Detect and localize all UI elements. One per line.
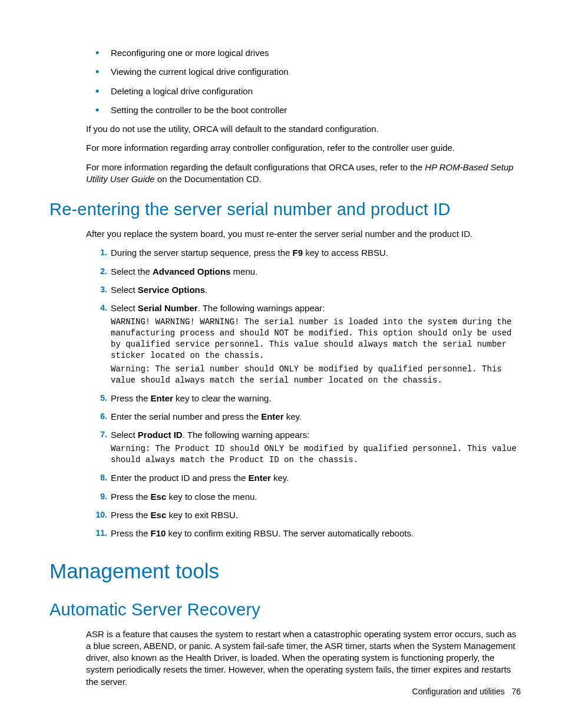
text-run: . The following warnings appear:	[198, 303, 325, 313]
text-run: key.	[271, 473, 289, 483]
key-esc: Esc	[151, 492, 167, 502]
step-8: Enter the product ID and press the Enter…	[49, 472, 521, 484]
steps-list: During the server startup sequence, pres…	[49, 247, 521, 539]
paragraph-orca-default: If you do not use the utility, ORCA will…	[49, 123, 521, 135]
warning-block-serial-1: WARNING! WARNING! WARNING! The serial nu…	[111, 317, 521, 361]
step-7: Select Product ID. The following warning…	[49, 429, 521, 466]
text-run: Enter the serial number and press the	[111, 411, 261, 421]
text-run: For more information regarding the defau…	[86, 162, 425, 172]
text-run: Press the	[111, 528, 151, 538]
bullet-item: Viewing the current logical drive config…	[49, 66, 521, 78]
text-run: Press the	[111, 510, 151, 520]
step-4: Select Serial Number. The following warn…	[49, 302, 521, 386]
paragraph-after-replace: After you replace the system board, you …	[49, 228, 521, 240]
bullet-item: Reconfiguring one or more logical drives	[49, 47, 521, 59]
text-run: on the Documentation CD.	[155, 174, 262, 184]
menu-product-id: Product ID	[138, 430, 183, 440]
key-f9: F9	[293, 248, 303, 258]
text-run: key to close the menu.	[166, 492, 257, 502]
key-f10: F10	[151, 528, 166, 538]
text-run: key to access RBSU.	[303, 248, 388, 258]
menu-service-options: Service Options	[138, 285, 205, 295]
footer-page-number: 76	[511, 687, 521, 696]
heading-reenter-serial: Re-entering the server serial number and…	[49, 198, 521, 221]
heading-management-tools: Management tools	[49, 557, 521, 585]
orca-options-list: Reconfiguring one or more logical drives…	[49, 47, 521, 116]
key-enter: Enter	[248, 473, 270, 483]
text-run: key.	[283, 411, 302, 421]
bullet-item: Deleting a logical drive configuration	[49, 85, 521, 97]
text-run: Press the	[111, 492, 151, 502]
text-run: key to exit RBSU.	[166, 510, 238, 520]
step-9: Press the Esc key to close the menu.	[49, 491, 521, 503]
text-run: Select	[111, 285, 138, 295]
warning-block-serial-2: Warning: The serial number should ONLY b…	[111, 364, 521, 386]
key-enter: Enter	[151, 393, 173, 403]
paragraph-more-info-array: For more information regarding array con…	[49, 142, 521, 154]
warning-block-product-id: Warning: The Product ID should ONLY be m…	[111, 443, 521, 466]
key-esc: Esc	[151, 510, 167, 520]
text-run: Select	[111, 303, 138, 313]
key-enter: Enter	[261, 411, 283, 421]
step-1: During the server startup sequence, pres…	[49, 247, 521, 259]
page-footer: Configuration and utilities 76	[412, 686, 521, 697]
step-3: Select Service Options.	[49, 284, 521, 296]
text-run: key to clear the warning.	[173, 393, 272, 403]
step-2: Select the Advanced Options menu.	[49, 266, 521, 278]
bullet-item: Setting the controller to be the boot co…	[49, 104, 521, 116]
text-run: Enter the product ID and press the	[111, 473, 248, 483]
text-run: . The following warning appears:	[183, 430, 310, 440]
text-run: Select	[111, 430, 138, 440]
menu-advanced-options: Advanced Options	[153, 266, 231, 276]
step-11: Press the F10 key to confirm exiting RBS…	[49, 528, 521, 539]
heading-asr: Automatic Server Recovery	[49, 598, 521, 621]
text-run: menu.	[230, 266, 257, 276]
step-6: Enter the serial number and press the En…	[49, 411, 521, 423]
text-run: key to confirm exiting RBSU. The server …	[166, 528, 414, 538]
text-run: .	[205, 285, 207, 295]
paragraph-more-info-default: For more information regarding the defau…	[49, 162, 521, 186]
text-run: Press the	[111, 393, 151, 403]
step-5: Press the Enter key to clear the warning…	[49, 393, 521, 404]
text-run: Select the	[111, 266, 153, 276]
text-run: During the server startup sequence, pres…	[111, 248, 293, 258]
menu-serial-number: Serial Number	[138, 303, 198, 313]
paragraph-asr: ASR is a feature that causes the system …	[49, 628, 521, 688]
step-10: Press the Esc key to exit RBSU.	[49, 509, 521, 521]
footer-section: Configuration and utilities	[412, 687, 505, 696]
